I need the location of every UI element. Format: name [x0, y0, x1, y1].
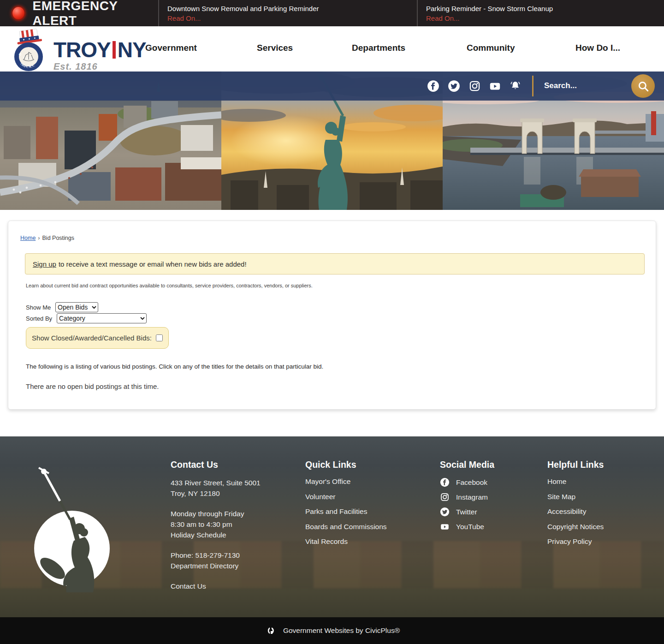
hero-section — [0, 72, 664, 210]
show-me-label: Show Me — [26, 304, 55, 311]
bid-postings-card: Home›Bid Postings Sign up to receive a t… — [8, 221, 656, 410]
quick-link-vital-records[interactable]: Vital Records — [305, 537, 439, 546]
breadcrumb-separator: › — [38, 235, 40, 241]
civicplus-logo-icon — [264, 626, 278, 636]
signup-text: to receive a text message or email when … — [59, 260, 247, 268]
alert-read-on-link[interactable]: Read On... — [426, 14, 553, 22]
alert-item-title: Downtown Snow Removal and Parking Remind… — [167, 5, 417, 12]
department-directory-link[interactable]: Department Directory — [171, 561, 304, 571]
instagram-icon — [440, 492, 450, 502]
holiday-schedule-link[interactable]: Holiday Schedule — [171, 530, 304, 540]
search-divider — [532, 76, 534, 96]
social-youtube-link[interactable]: YouTube — [440, 522, 546, 531]
social-twitter-link[interactable]: Twitter — [440, 507, 546, 517]
site-header: CITY OF TROY, N.Y. TROY NY Est. 1816 Gov… — [0, 26, 664, 72]
footer: Contact Us 433 River Street, Suite 5001 … — [0, 436, 664, 617]
nav-item-services[interactable]: Services — [257, 43, 293, 53]
quick-link-volunteer[interactable]: Volunteer — [305, 493, 439, 501]
main-nav: Government Services Departments Communit… — [0, 26, 664, 72]
alert-label: EMERGENCY ALERT — [33, 0, 158, 28]
search-input[interactable] — [544, 77, 622, 95]
breadcrumb-current: Bid Postings — [42, 235, 74, 241]
contact-heading: Contact Us — [171, 459, 304, 470]
sorted-by-row: Sorted By Category — [26, 313, 147, 323]
alert-item-title: Parking Reminder - Snow Storm Cleanup — [426, 5, 553, 12]
notifications-bell-icon[interactable] — [509, 80, 522, 92]
helpful-link-privacy[interactable]: Privacy Policy — [547, 537, 649, 546]
magnifier-icon — [637, 80, 649, 92]
nav-item-community[interactable]: Community — [467, 43, 515, 53]
closed-bids-checkbox[interactable] — [156, 334, 163, 341]
nav-item-departments[interactable]: Departments — [352, 43, 405, 53]
quick-link-boards-commissions[interactable]: Boards and Commissions — [305, 523, 439, 531]
statue-logo-icon — [24, 459, 116, 592]
closed-bids-toggle-box: Show Closed/Awarded/Cancelled Bids: — [26, 327, 169, 349]
footer-helpful-links-column: Helpful Links Home Site Map Accessibilit… — [547, 459, 649, 553]
social-instagram-link[interactable]: Instagram — [440, 492, 546, 502]
quick-link-mayors-office[interactable]: Mayor's Office — [305, 477, 439, 486]
helpful-links-heading: Helpful Links — [547, 459, 649, 470]
contact-hours-2: 8:30 am to 4:30 pm — [171, 519, 304, 530]
contact-hours-1: Monday through Friday — [171, 508, 304, 519]
civicplus-bar: Government Websites by CivicPlus® — [0, 617, 664, 644]
quick-links-heading: Quick Links — [305, 459, 439, 470]
helpful-link-home[interactable]: Home — [547, 477, 649, 486]
twitter-icon — [440, 507, 450, 517]
footer-quick-links-column: Quick Links Mayor's Office Volunteer Par… — [305, 459, 439, 553]
contact-address-1: 433 River Street, Suite 5001 — [171, 477, 304, 488]
facebook-icon[interactable] — [427, 80, 439, 92]
alert-item: Parking Reminder - Snow Storm Cleanup Re… — [418, 0, 553, 26]
show-me-row: Show Me Open Bids — [26, 302, 98, 312]
breadcrumb: Home›Bid Postings — [20, 235, 74, 241]
quick-link-parks-facilities[interactable]: Parks and Facilities — [305, 507, 439, 516]
alert-read-on-link[interactable]: Read On... — [167, 14, 417, 22]
contact-us-link[interactable]: Contact Us — [171, 581, 304, 591]
helpful-link-copyright[interactable]: Copyright Notices — [547, 523, 649, 531]
civicplus-text[interactable]: Government Websites by CivicPlus® — [283, 626, 400, 635]
contact-address-2: Troy, NY 12180 — [171, 488, 304, 499]
facebook-icon — [440, 477, 450, 487]
footer-contact-column: Contact Us 433 River Street, Suite 5001 … — [171, 459, 304, 591]
closed-bids-label: Show Closed/Awarded/Cancelled Bids: — [32, 334, 152, 342]
signup-link[interactable]: Sign up — [33, 260, 56, 268]
empty-bids-message: There are no open bid postings at this t… — [26, 382, 159, 390]
search-button[interactable] — [631, 74, 655, 98]
social-media-heading: Social Media — [440, 459, 546, 470]
emergency-alert-bar: EMERGENCY ALERT Downtown Snow Removal an… — [0, 0, 664, 26]
twitter-icon[interactable] — [448, 80, 460, 92]
instagram-icon[interactable] — [468, 80, 481, 92]
emergency-alert-badge: EMERGENCY ALERT — [0, 0, 159, 26]
sorted-by-label: Sorted By — [26, 315, 57, 322]
youtube-icon — [440, 522, 450, 531]
alert-light-icon — [11, 6, 26, 21]
breadcrumb-home-link[interactable]: Home — [20, 235, 36, 241]
helpful-link-accessibility[interactable]: Accessibility — [547, 507, 649, 516]
phone-link[interactable]: Phone: 518-279-7130 — [171, 550, 304, 561]
footer-social-column: Social Media Facebook Instagram Twitter — [440, 459, 546, 537]
show-me-select[interactable]: Open Bids — [55, 302, 98, 312]
signup-banner: Sign up to receive a text message or ema… — [25, 253, 645, 274]
search-social-band — [0, 72, 664, 101]
nav-item-government[interactable]: Government — [145, 43, 197, 53]
social-facebook-link[interactable]: Facebook — [440, 477, 546, 487]
helpful-link-site-map[interactable]: Site Map — [547, 493, 649, 501]
sorted-by-select[interactable]: Category — [57, 313, 147, 323]
nav-item-how-do-i[interactable]: How Do I... — [575, 43, 620, 53]
youtube-icon[interactable] — [489, 80, 501, 92]
alert-item: Downtown Snow Removal and Parking Remind… — [159, 0, 418, 26]
intro-text: Learn about current bid and contract opp… — [26, 283, 313, 288]
listing-note: The following is a listing of various bi… — [26, 363, 323, 370]
